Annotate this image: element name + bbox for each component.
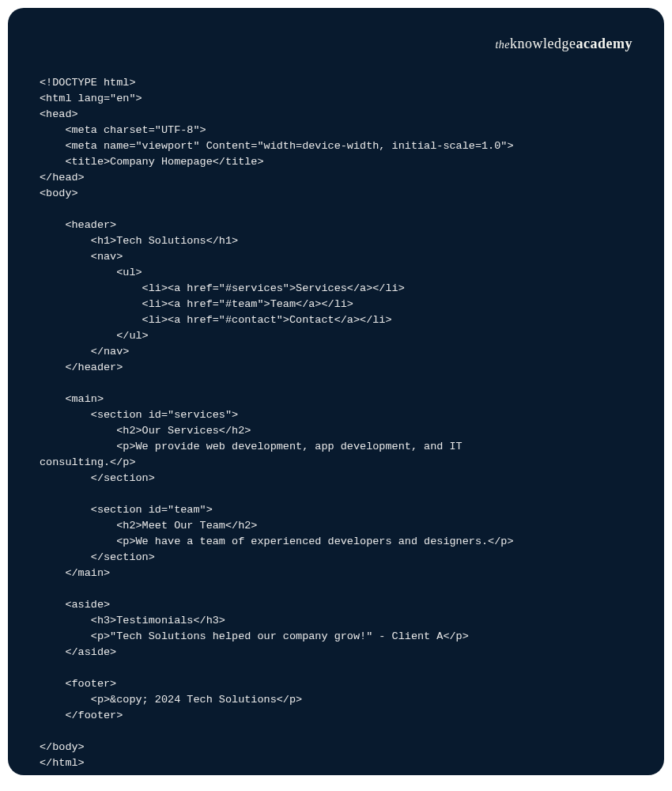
- logo-knowledge: knowledge: [510, 36, 576, 51]
- brand-logo: theknowledgeacademy: [495, 36, 632, 52]
- logo-the: the: [495, 39, 510, 51]
- code-card: theknowledgeacademy <!DOCTYPE html> <htm…: [8, 8, 664, 775]
- code-block: <!DOCTYPE html> <html lang="en"> <head> …: [40, 75, 632, 771]
- logo-academy: academy: [576, 36, 632, 51]
